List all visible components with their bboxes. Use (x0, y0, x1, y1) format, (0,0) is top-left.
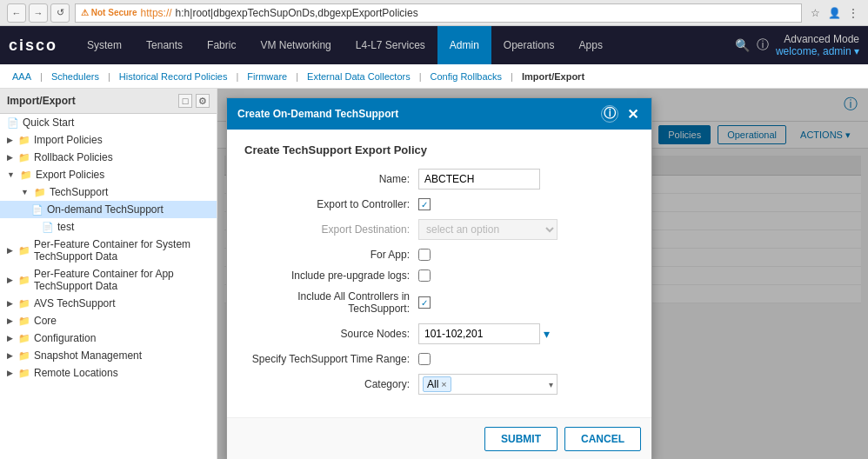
content-panel: On-demand TechSupport ⓘ Policies Operati… (217, 89, 868, 459)
arrow-icon: ▶ (7, 316, 13, 325)
sub-nav: AAA | Schedulers | Historical Record Pol… (0, 64, 868, 89)
time-range-checkbox[interactable] (418, 353, 431, 365)
sidebar-item-rollback-policies[interactable]: ▶ 📁 Rollback Policies (0, 149, 217, 166)
folder-icon: 📁 (18, 135, 30, 146)
nav-l4-l7[interactable]: L4-L7 Services (344, 26, 437, 64)
name-input[interactable] (418, 169, 540, 190)
folder-icon: 📁 (18, 298, 30, 309)
subnav-config[interactable]: Config Rollbacks (427, 71, 506, 82)
back-button[interactable]: ← (7, 3, 26, 23)
export-destination-select[interactable]: select an option (418, 219, 558, 240)
https-label: https:// (141, 7, 172, 19)
address-bar[interactable]: ⚠ Not Secure https:// h:h|root|dbgexpTec… (75, 3, 802, 23)
nav-operations[interactable]: Operations (491, 26, 567, 64)
sidebar-item-per-feature-app[interactable]: ▶ 📁 Per-Feature Container for App TechSu… (0, 265, 217, 295)
sidebar-item-snapshot[interactable]: ▶ 📁 Snapshot Management (0, 347, 217, 364)
subnav-firmware[interactable]: Firmware (244, 71, 290, 82)
nav-apps[interactable]: Apps (567, 26, 615, 64)
form-row-export-controller: Export to Controller: ✓ (244, 198, 634, 210)
modal-title: Create On-Demand TechSupport (237, 108, 398, 120)
user-icon[interactable]: 👤 (826, 5, 842, 21)
subnav-aaa[interactable]: AAA (9, 71, 35, 82)
sidebar-item-on-demand-techsupport[interactable]: 📄 On-demand TechSupport (0, 201, 217, 218)
welcome-text[interactable]: welcome, admin ▾ (776, 45, 859, 57)
sidebar-item-techsupport[interactable]: ▼ 📁 TechSupport (0, 183, 217, 201)
category-dropdown-icon[interactable]: ▾ (549, 380, 553, 389)
modal-footer: SUBMIT CANCEL (227, 417, 651, 459)
arrow-icon: ▶ (7, 276, 13, 284)
modal-info-button[interactable]: ⓘ (601, 105, 618, 123)
source-nodes-dropdown-icon[interactable]: ▾ (544, 327, 550, 341)
star-icon[interactable]: ☆ (807, 5, 823, 21)
folder-icon: 📁 (34, 187, 46, 198)
search-icon[interactable]: 🔍 (735, 38, 750, 52)
sidebar-header: Import/Export □ ⚙ (0, 89, 217, 114)
pre-upgrade-label: Include pre-upgrade logs: (244, 269, 418, 282)
sidebar-item-quick-start[interactable]: 📄 Quick Start (0, 114, 217, 131)
forward-button[interactable]: → (29, 3, 48, 23)
arrow-icon: ▼ (7, 170, 15, 179)
folder-icon: 📁 (18, 152, 30, 163)
sep3: | (237, 71, 239, 82)
document-icon: 📄 (7, 117, 19, 129)
all-controllers-checkbox[interactable]: ✓ (418, 296, 431, 309)
sidebar-settings-icon[interactable]: ⚙ (196, 94, 210, 108)
for-app-checkbox[interactable] (418, 249, 431, 261)
source-nodes-label: Source Nodes: (244, 328, 418, 340)
submit-button[interactable]: SUBMIT (484, 427, 558, 451)
sidebar-item-export-policies[interactable]: ▼ 📁 Export Policies (0, 166, 217, 183)
sep2: | (108, 71, 110, 82)
info-icon[interactable]: ⓘ (757, 37, 769, 53)
browser-icons: ☆ 👤 ⋮ (807, 5, 861, 21)
form-row-source-nodes: Source Nodes: ▾ (244, 323, 634, 344)
category-tag-label: All (427, 378, 438, 390)
category-tag-container[interactable]: All × ▾ (418, 374, 558, 395)
sidebar-item-configuration[interactable]: ▶ 📁 Configuration (0, 329, 217, 347)
sidebar-item-label: Export Policies (36, 169, 104, 181)
sidebar-item-remote-locations[interactable]: ▶ 📁 Remote Locations (0, 364, 217, 382)
arrow-icon: ▶ (7, 351, 13, 360)
menu-icon[interactable]: ⋮ (845, 5, 861, 21)
sidebar-item-import-policies[interactable]: ▶ 📁 Import Policies (0, 131, 217, 149)
sidebar-item-label: On-demand TechSupport (47, 203, 164, 216)
cancel-button[interactable]: CANCEL (564, 427, 641, 451)
subnav-schedulers[interactable]: Schedulers (48, 71, 103, 82)
arrow-icon: ▶ (7, 153, 13, 162)
export-controller-checkbox[interactable]: ✓ (418, 198, 431, 210)
source-nodes-input[interactable] (418, 323, 540, 344)
modal-header-icons: ⓘ ✕ (601, 105, 641, 123)
category-tag-remove[interactable]: × (441, 379, 446, 389)
folder-icon: 📁 (18, 368, 30, 379)
nav-fabric[interactable]: Fabric (195, 26, 248, 64)
nav-admin[interactable]: Admin (437, 26, 491, 64)
nav-tenants[interactable]: Tenants (134, 26, 195, 64)
all-controllers-label: Include All Controllers in TechSupport: (244, 290, 418, 315)
nav-system[interactable]: System (75, 26, 134, 64)
modal-overlay: Create On-Demand TechSupport ⓘ ✕ Create … (217, 89, 868, 459)
subnav-import-export[interactable]: Import/Export (518, 71, 588, 82)
create-techsupport-modal: Create On-Demand TechSupport ⓘ ✕ Create … (226, 97, 652, 459)
pre-upgrade-checkbox[interactable] (418, 269, 431, 282)
sidebar-expand-icon[interactable]: □ (178, 94, 192, 108)
folder-icon: 📁 (18, 333, 30, 344)
sidebar-item-label: Remote Locations (34, 367, 118, 379)
browser-bar: ← → ↺ ⚠ Not Secure https:// h:h|root|dbg… (0, 0, 868, 26)
subnav-historical[interactable]: Historical Record Policies (116, 71, 231, 82)
sep5: | (419, 71, 422, 82)
category-tag: All × (423, 376, 451, 392)
arrow-icon: ▶ (7, 136, 13, 144)
arrow-icon: ▶ (7, 246, 13, 255)
sidebar-item-per-feature-system[interactable]: ▶ 📁 Per-Feature Container for System Tec… (0, 236, 217, 265)
sidebar-item-label: AVS TechSupport (34, 297, 116, 309)
sidebar-item-core[interactable]: ▶ 📁 Core (0, 312, 217, 329)
modal-header: Create On-Demand TechSupport ⓘ ✕ (227, 98, 651, 130)
sidebar: Import/Export □ ⚙ 📄 Quick Start ▶ 📁 Impo… (0, 89, 217, 459)
sidebar-item-avs-techsupport[interactable]: ▶ 📁 AVS TechSupport (0, 295, 217, 312)
subnav-external[interactable]: External Data Collectors (304, 71, 414, 82)
sidebar-item-test[interactable]: 📄 test (0, 218, 217, 236)
form-row-for-app: For App: (244, 249, 634, 261)
for-app-label: For App: (244, 249, 418, 261)
modal-close-button[interactable]: ✕ (624, 105, 641, 123)
reload-button[interactable]: ↺ (50, 3, 70, 23)
nav-vm-networking[interactable]: VM Networking (248, 26, 343, 64)
